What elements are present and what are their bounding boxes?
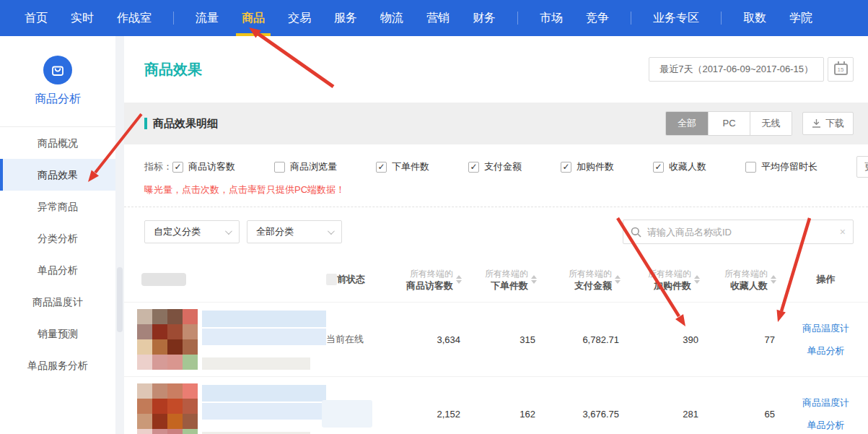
nav-item-学院[interactable]: 学院 — [778, 0, 824, 36]
calendar-icon: 15 — [834, 64, 848, 75]
sidebar-section-title: 商品分析 — [35, 92, 81, 107]
product-search-box: × — [623, 220, 854, 244]
checkbox-checked-icon[interactable] — [468, 162, 479, 173]
sort-icon[interactable] — [531, 275, 537, 284]
nav-item-服务[interactable]: 服务 — [323, 0, 369, 36]
checkbox-unchecked-icon[interactable] — [745, 162, 756, 173]
scrollbar-track[interactable] — [115, 36, 124, 434]
metric-header-prefix: 所有终端的 — [724, 268, 768, 279]
checkbox-unchecked-icon[interactable] — [274, 162, 285, 173]
chevron-down-icon — [225, 227, 232, 235]
sort-icon[interactable] — [615, 275, 621, 284]
blurred-header-text — [141, 273, 186, 286]
action-link-单品分析[interactable]: 单品分析 — [807, 344, 845, 357]
nav-item-作战室[interactable]: 作战室 — [105, 0, 163, 36]
search-icon — [631, 227, 641, 238]
date-range-value[interactable]: 最近7天（2017-06-09~2017-06-15） — [649, 57, 824, 82]
metric-label: 商品浏览量 — [290, 160, 337, 173]
action-link-单品分析[interactable]: 单品分析 — [807, 419, 845, 432]
nav-item-流量[interactable]: 流量 — [184, 0, 230, 36]
metric-header-label: 下单件数 — [491, 279, 528, 292]
scrollbar-thumb[interactable] — [117, 267, 123, 332]
metric-header-label: 收藏人数 — [730, 279, 768, 292]
metric-checkbox-收藏人数[interactable]: 收藏人数 — [653, 160, 706, 173]
value-支付金额: 3,676.75 — [544, 409, 628, 420]
value-商品访客数: 2,152 — [393, 409, 469, 420]
sidebar-item-商品温度计[interactable]: 商品温度计 — [0, 286, 115, 318]
metric-checkbox-下单件数[interactable]: 下单件数 — [376, 160, 429, 173]
segment-PC[interactable]: PC — [708, 112, 750, 135]
sidebar-section-header: 商品分析 — [0, 36, 115, 127]
nav-item-商品[interactable]: 商品 — [230, 0, 276, 36]
sidebar-item-单品分析[interactable]: 单品分析 — [0, 254, 115, 286]
chevron-down-icon — [328, 227, 335, 235]
nav-item-业务专区[interactable]: 业务专区 — [641, 0, 711, 36]
sidebar-menu: 商品概况商品效果异常商品分类分析单品分析商品温度计销量预测单品服务分析 — [0, 127, 115, 381]
sort-icon[interactable] — [456, 275, 462, 284]
metric-header-prefix: 所有终端的 — [485, 268, 528, 279]
sidebar-item-异常商品[interactable]: 异常商品 — [0, 191, 115, 222]
segment-全部[interactable]: 全部 — [666, 112, 708, 135]
metric-checkbox-支付金额[interactable]: 支付金额 — [468, 160, 522, 173]
sidebar-item-商品概况[interactable]: 商品概况 — [0, 127, 115, 159]
nav-item-实时[interactable]: 实时 — [59, 0, 105, 36]
main-content: 商品效果 最近7天（2017-06-09~2017-06-15） 15 商品效果… — [124, 36, 868, 434]
app-window: 首页实时作战室流量商品交易服务物流营销财务市场竞争业务专区取数学院 商品分析 商… — [0, 0, 868, 434]
download-icon — [812, 119, 821, 128]
metric-checkbox-商品浏览量[interactable]: 商品浏览量 — [274, 160, 337, 173]
checkbox-checked-icon[interactable] — [172, 162, 183, 173]
action-link-商品温度计[interactable]: 商品温度计 — [802, 396, 849, 409]
table-row: 2,1521623,676.7528165商品温度计单品分析 — [124, 376, 868, 434]
value-下单件数: 315 — [469, 334, 544, 345]
nav-item-物流[interactable]: 物流 — [369, 0, 415, 36]
pc-data-notice: 曝光量，点击次数，点击率暂只提供PC端数据！ — [124, 178, 868, 196]
metric-checkbox-group: 商品访客数商品浏览量下单件数支付金额加购件数收藏人数平均停留时长 — [172, 160, 856, 173]
nav-item-营销[interactable]: 营销 — [415, 0, 461, 36]
checkbox-checked-icon[interactable] — [561, 162, 571, 173]
sidebar-item-单品服务分析[interactable]: 单品服务分析 — [0, 350, 115, 381]
sidebar-item-分类分析[interactable]: 分类分析 — [0, 222, 115, 254]
metric-checkbox-加购件数[interactable]: 加购件数 — [561, 160, 614, 173]
metric-header-prefix: 所有终端的 — [569, 268, 612, 279]
metric-label: 商品访客数 — [188, 160, 235, 173]
search-input[interactable] — [647, 227, 834, 238]
date-range-picker: 最近7天（2017-06-09~2017-06-15） 15 — [649, 57, 854, 82]
checkbox-checked-icon[interactable] — [376, 162, 387, 173]
nav-item-交易[interactable]: 交易 — [276, 0, 323, 36]
top-nav: 首页实时作战室流量商品交易服务物流营销财务市场竞争业务专区取数学院 — [0, 0, 868, 36]
blurred-overlay — [326, 274, 337, 285]
all-category-select[interactable]: 全部分类 — [247, 220, 342, 243]
sidebar-item-销量预测[interactable]: 销量预测 — [0, 318, 115, 350]
metric-label: 平均停留时长 — [761, 160, 817, 173]
status-cell — [326, 400, 393, 428]
sort-icon[interactable] — [694, 275, 700, 284]
nav-item-首页[interactable]: 首页 — [13, 0, 59, 36]
calendar-button[interactable]: 15 — [828, 57, 854, 82]
custom-category-select[interactable]: 自定义分类 — [144, 220, 240, 243]
metric-checkbox-商品访客数[interactable]: 商品访客数 — [172, 160, 235, 173]
sort-icon[interactable] — [771, 275, 776, 284]
metric-checkbox-平均停留时长[interactable]: 平均停留时长 — [745, 160, 817, 173]
nav-item-市场[interactable]: 市场 — [528, 0, 574, 36]
terminal-segment-control: 全部PC无线 — [665, 111, 792, 136]
download-button[interactable]: 下载 — [802, 112, 854, 135]
metric-column-header-下单件数: 所有终端的下单件数 — [469, 268, 544, 292]
nav-item-取数[interactable]: 取数 — [732, 0, 778, 36]
value-下单件数: 162 — [469, 409, 544, 420]
action-link-商品温度计[interactable]: 商品温度计 — [802, 322, 849, 335]
product-analysis-bag-icon — [43, 56, 72, 84]
more-metrics-button[interactable]: 更多 — [856, 156, 868, 178]
metric-column-header-支付金额: 所有终端的支付金额 — [544, 268, 628, 292]
sidebar-item-商品效果[interactable]: 商品效果 — [0, 159, 115, 191]
download-label: 下载 — [825, 117, 844, 130]
segment-无线[interactable]: 无线 — [750, 112, 792, 135]
product-cell[interactable] — [124, 383, 326, 434]
all-category-value: 全部分类 — [256, 225, 294, 238]
nav-divider — [173, 12, 174, 25]
checkbox-checked-icon[interactable] — [653, 162, 664, 173]
nav-item-财务[interactable]: 财务 — [461, 0, 507, 36]
clear-search-icon[interactable]: × — [840, 226, 846, 238]
nav-item-竞争[interactable]: 竞争 — [574, 0, 621, 36]
product-cell[interactable] — [124, 309, 326, 370]
product-effect-table: 当前状态所有终端的商品访客数所有终端的下单件数所有终端的支付金额所有终端的加购件… — [124, 257, 868, 434]
